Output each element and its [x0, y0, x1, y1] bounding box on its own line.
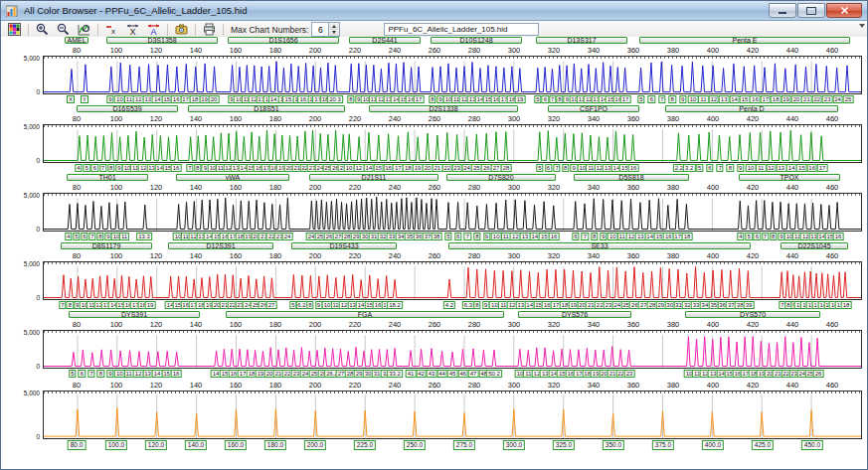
- marker-label-DYS391: DYS391: [69, 311, 200, 318]
- zoom-in-button[interactable]: [32, 21, 53, 38]
- electropherogram-green[interactable]: 5,0000: [43, 124, 862, 163]
- allele-label: 12: [766, 164, 777, 172]
- y-max-label: 5,000: [24, 55, 40, 62]
- marker-label-D2S1338: D2S1338: [369, 105, 518, 112]
- allele-label: 20.3: [327, 95, 343, 103]
- electropherogram-magenta[interactable]: 5,0000: [43, 330, 862, 369]
- x-tick-label: 80: [73, 321, 81, 329]
- minimize-button[interactable]: [769, 3, 796, 18]
- allele-label: 27: [266, 301, 277, 309]
- maximize-button[interactable]: [797, 3, 825, 18]
- dye-panel-red: D8S1179D12S391D19S433SE33D22S10458010012…: [1, 242, 867, 311]
- zoom-out-button[interactable]: [53, 21, 74, 38]
- marker-label-D2S441: D2S441: [349, 37, 421, 44]
- svg-text:X: X: [130, 27, 136, 36]
- allele-label: 28: [501, 164, 512, 172]
- y-max-label: 5,000: [24, 329, 40, 336]
- marker-label-D3S1358: D3S1358: [106, 37, 218, 44]
- marker-label-D16S539: D16S539: [77, 105, 178, 112]
- x-tick-label: 280: [468, 184, 481, 192]
- zoom-in-icon: [36, 23, 49, 36]
- allele-label: 19: [145, 301, 156, 309]
- electropherogram-red[interactable]: 5,0000: [43, 261, 862, 300]
- allele-label: 4: [75, 164, 82, 172]
- snapshot-button[interactable]: [171, 21, 192, 38]
- allele-label: 20: [209, 95, 220, 103]
- full-scale-y-button[interactable]: A: [143, 21, 164, 38]
- size-label: 140.0: [185, 440, 207, 450]
- print-button[interactable]: [199, 21, 220, 38]
- minimize-icon: [779, 12, 786, 14]
- x-tick-label: 400: [707, 47, 720, 55]
- electropherogram-blue[interactable]: 5,0000: [43, 56, 862, 94]
- size-label: 100.0: [105, 440, 127, 450]
- allele-label: 11: [119, 233, 129, 240]
- marker-label-TPOX: TPOX: [739, 174, 840, 181]
- spinner-down-icon[interactable]: [329, 30, 339, 37]
- electropherogram-orange[interactable]: 5,0000: [43, 391, 862, 439]
- x-tick-label: 300: [508, 47, 521, 55]
- allele-label: 8: [473, 233, 480, 240]
- reset-x-button[interactable]: x: [101, 21, 122, 38]
- x-tick-label: 240: [389, 184, 402, 192]
- marker-label-CSF1PO: CSF1PO: [548, 105, 639, 112]
- x-tick-label: 200: [309, 184, 322, 192]
- title-bar[interactable]: All Color Browser - PPFu_6C_Allelic_Ladd…: [1, 1, 867, 21]
- x-tick-label: 420: [747, 184, 760, 192]
- max-chart-numbers-input[interactable]: [312, 23, 328, 36]
- x-tick-label: 200: [309, 382, 322, 390]
- x-tick-label: 120: [150, 184, 163, 192]
- trace-red: [44, 262, 861, 299]
- x-tick-label: 340: [588, 321, 601, 329]
- marker-label-vWA: vWA: [176, 174, 289, 181]
- x-tick-label: 100: [110, 184, 123, 192]
- sample-file-field[interactable]: [384, 23, 539, 36]
- x-tick-label: 320: [548, 321, 561, 329]
- x-tick-label: 100: [110, 47, 123, 55]
- x-axis-row: 8010012014016018020022024026028030032034…: [43, 382, 862, 391]
- app-icon: [6, 4, 19, 17]
- allele-label: 10: [746, 164, 757, 172]
- allele-label: 47: [468, 370, 479, 378]
- allele-label: 15: [796, 164, 807, 172]
- color-browser-button[interactable]: [4, 21, 25, 38]
- y-max-label: 5,000: [24, 260, 40, 267]
- y-min-label: 0: [36, 363, 40, 370]
- x-tick-label: 420: [747, 47, 760, 55]
- allele-label-row: 7891011121314151617181914151617181920212…: [43, 300, 862, 311]
- allele-label: 6: [572, 233, 579, 240]
- full-scale-x-button[interactable]: X: [122, 21, 143, 38]
- x-tick-label: 140: [190, 321, 203, 329]
- marker-label-D13S317: D13S317: [536, 37, 627, 44]
- allele-label: 3.2: [683, 164, 695, 172]
- svg-text:A: A: [151, 27, 157, 36]
- allele-label: 17: [620, 95, 631, 103]
- allele-label: 46: [457, 370, 468, 378]
- allele-label: 14: [786, 164, 797, 172]
- allele-label: 9: [483, 233, 490, 240]
- allele-label: 7: [186, 164, 193, 172]
- allele-label: 9: [600, 233, 607, 240]
- full-scale-x-icon: X: [126, 23, 139, 36]
- x-tick-label: 180: [269, 321, 282, 329]
- y-max-label: 5,000: [24, 123, 40, 130]
- zoom-chart-button[interactable]: [74, 21, 94, 38]
- y-min-label: 0: [36, 88, 40, 95]
- close-button[interactable]: [826, 3, 862, 18]
- electropherogram-black[interactable]: 5,0000: [43, 193, 862, 232]
- size-label: 120.0: [145, 440, 167, 450]
- dye-panel-black: TH01vWAD21S11D7S820D5S818TPOX80100120140…: [1, 174, 867, 242]
- toolbar-separator: [223, 24, 224, 36]
- marker-label-D5S818: D5S818: [574, 174, 689, 181]
- x-tick-label: 340: [588, 115, 601, 123]
- toolbar-overflow-icon[interactable]: [859, 24, 865, 28]
- reset-x-icon: x: [105, 23, 118, 36]
- allele-label: 7: [762, 233, 769, 240]
- x-tick-label: 360: [627, 47, 640, 55]
- allele-label: 42: [416, 370, 427, 378]
- x-tick-label: 460: [826, 47, 839, 55]
- allele-label: 5: [637, 95, 644, 103]
- x-tick-label: 320: [548, 47, 561, 55]
- x-tick-label: 400: [707, 115, 720, 123]
- x-tick-label: 340: [588, 184, 601, 192]
